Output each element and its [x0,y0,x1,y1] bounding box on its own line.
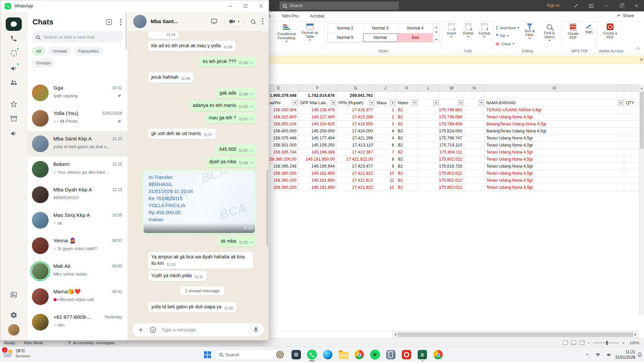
cell[interactable] [464,114,485,120]
filter-dropdown-icon[interactable] [390,100,395,105]
cell[interactable]: Terasi Udang Nona 4,5gr [485,156,624,163]
taskbar-app-dark-app[interactable] [290,348,302,361]
cell[interactable]: B2 [396,128,418,134]
close-button[interactable] [629,0,644,11]
cell[interactable] [418,121,439,127]
cell[interactable] [624,135,639,141]
message-bubble[interactable]: gak ada11:06✓✓ [216,88,256,99]
cell[interactable]: 145.195.644 [299,163,337,170]
cell[interactable] [418,156,439,163]
page-layout-view-icon[interactable] [571,341,576,345]
message-input[interactable] [161,327,248,333]
cell[interactable]: 175.802.022 [439,170,464,177]
cell[interactable]: 145.136.475 [299,107,337,113]
cell[interactable]: 145.181.850,00 [299,156,337,163]
cell[interactable] [418,135,439,141]
cell[interactable] [464,149,485,156]
column-header[interactable]: G [337,85,375,92]
share-button[interactable]: Share [616,13,634,18]
cell[interactable]: 175.808.111 [439,149,464,156]
taskbar-clock[interactable]: 11:21 31/01/2026 [615,349,635,360]
cell[interactable] [464,156,485,163]
cell[interactable]: B2 [396,114,418,120]
minimize-button[interactable] [599,0,614,11]
starred-tab[interactable] [6,98,22,111]
style-normal-3[interactable]: Normal 3 [363,24,398,33]
style-normal-4[interactable]: Normal 4 [398,24,433,33]
page-break-view-icon[interactable] [580,341,585,345]
cell[interactable]: Terasi Udang Nona 4,5gr [485,184,624,191]
cell[interactable]: Masa [375,99,396,106]
sort-filter-button[interactable]: Sort & Filter [521,23,539,40]
channels-tab[interactable] [6,62,22,75]
chat-list-item[interactable]: Mama😘❤️06:42Missed video call [27,284,127,309]
settings-tab[interactable] [6,308,22,322]
accessibility-status[interactable]: Accessibility: Investigate [67,341,115,345]
filter-dropdown-icon[interactable] [369,100,374,105]
cell[interactable]: B2 [396,149,418,156]
cell[interactable] [418,142,439,148]
filter-dropdown-icon[interactable] [618,100,623,105]
menu-icon[interactable] [120,19,121,25]
cell[interactable] [624,170,639,177]
cell[interactable]: 175.802.022 [439,177,464,184]
attach-icon[interactable] [137,326,145,334]
autosum-button[interactable]: AutoSum [496,25,520,31]
cell[interactable]: 12 [375,184,396,191]
video-call-button[interactable] [224,16,244,27]
taskbar-search-input[interactable] [225,352,262,357]
cell[interactable] [464,121,485,127]
chat-list-item[interactable]: Mak Ati06:50Mks sehat selalu [27,258,127,284]
cell[interactable]: B2 [396,163,418,170]
style-normal[interactable]: Normal [363,33,398,43]
cell[interactable] [624,142,639,148]
cell[interactable]: Terasi Udang Nona 4,5gr [485,142,624,148]
style-normal-2[interactable]: Normal 2 [328,24,363,33]
zoom-slider[interactable] [593,343,619,343]
taskbar-app-adobe-acrobat[interactable] [400,348,413,361]
cell[interactable] [464,128,485,134]
chat-list-item[interactable]: Yolla (You)22/01/2026✓✓Photo [27,106,127,131]
screen-share-icon[interactable] [210,18,218,25]
cell[interactable]: 17.421.299 [337,135,375,141]
cell[interactable] [418,128,439,134]
volume-icon[interactable] [606,352,612,358]
archived-tab[interactable] [6,112,22,125]
message-bubble[interactable]: BCABCABCAm-Transfer:BERHASIL31/01/2026 1… [142,169,256,234]
taskbar-app-whatsapp[interactable] [306,348,318,361]
cell[interactable]: TERASI UDANG NONA 4,8gr [485,107,624,113]
filter-chip-unread[interactable]: Unread [48,47,71,56]
column-header[interactable]: L [418,85,439,92]
cell[interactable]: 175.802.022 [439,184,464,191]
cell[interactable]: Terasi Udang Nona 4,5gr [485,114,624,120]
create-pdf-button[interactable]: Create PDF [564,23,582,40]
cell[interactable]: NAMA BARANG [485,99,624,106]
cell[interactable] [418,163,439,170]
cell[interactable] [624,163,639,170]
conditional-formatting-button[interactable]: Conditional Formatting [275,23,298,43]
new-chat-icon[interactable] [105,18,113,26]
cell[interactable] [624,156,639,163]
scrollbar[interactable] [125,13,127,50]
sticker-icon[interactable] [149,326,157,334]
filter-dropdown-icon[interactable] [433,100,438,105]
start-button[interactable] [204,351,211,358]
cell[interactable]: 145.181.850 [299,170,337,177]
cell[interactable] [418,107,439,113]
cell[interactable]: B2 [396,170,418,177]
filter-chip-groups[interactable]: Groups [32,58,55,67]
message-bubble[interactable]: yolla td beli galon pk duit siapa ya11:2… [148,302,236,312]
chat-list-item[interactable]: Mba Santi Kkp A11:20yolla td beli galon … [27,131,127,157]
cell[interactable]: Terasi Udang Nona 4,5gr [485,135,624,141]
cell[interactable] [464,170,485,177]
cell[interactable]: Terasi Udang Nona 4,5gr [485,177,624,184]
cell[interactable]: 175.768.659 [439,121,464,127]
chat-list-item[interactable]: Mba Dyah Kkp A11:136600534015 [27,182,127,207]
cell[interactable]: 11 [375,177,396,184]
cell[interactable]: 145.127.400 [299,114,337,120]
excel-search-input[interactable] [289,3,395,8]
format-cells-button[interactable]: Format [476,23,492,39]
cell[interactable]: 17.422.367 [337,149,375,156]
column-header[interactable]: F [299,85,337,92]
cell[interactable]: QTY [624,99,639,106]
